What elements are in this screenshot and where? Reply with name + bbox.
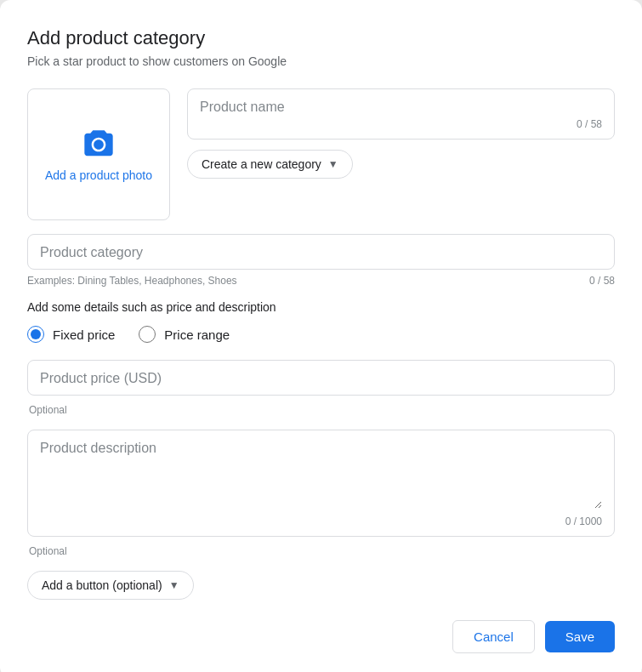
product-price-wrapper: [27, 360, 615, 396]
price-range-option[interactable]: Price range: [139, 326, 230, 343]
add-button-label: Add a button (optional): [42, 578, 162, 592]
chevron-down-icon: ▼: [328, 158, 338, 170]
add-photo-label[interactable]: Add a product photo: [45, 168, 152, 182]
product-name-input[interactable]: [200, 100, 602, 115]
chevron-down-icon-2: ▼: [169, 579, 179, 591]
product-description-wrapper: 0 / 1000: [27, 430, 615, 537]
add-button-wrapper: Add a button (optional) ▼: [27, 571, 615, 600]
price-range-label[interactable]: Price range: [164, 327, 230, 342]
fixed-price-radio[interactable]: [27, 326, 44, 343]
dialog-footer: Cancel Save: [27, 600, 615, 653]
product-price-input[interactable]: [40, 371, 602, 386]
product-category-input[interactable]: [40, 245, 602, 260]
add-product-category-dialog: Add product category Pick a star product…: [0, 0, 642, 672]
category-footer: Examples: Dining Tables, Headphones, Sho…: [27, 275, 615, 287]
save-button[interactable]: Save: [545, 621, 615, 652]
fixed-price-label[interactable]: Fixed price: [53, 327, 115, 342]
dialog-subtitle: Pick a star product to show customers on…: [27, 54, 615, 68]
create-category-button[interactable]: Create a new category ▼: [187, 150, 353, 179]
camera-icon: [82, 128, 116, 162]
fixed-price-option[interactable]: Fixed price: [27, 326, 115, 343]
product-name-char-count: 0 / 58: [200, 118, 602, 130]
description-optional-label: Optional: [27, 545, 615, 557]
right-section: 0 / 58 Create a new category ▼: [187, 88, 615, 220]
photo-upload-box[interactable]: Add a product photo: [27, 88, 170, 220]
price-optional-label: Optional: [27, 404, 615, 416]
cancel-button[interactable]: Cancel: [452, 620, 535, 653]
details-label: Add some details such as price and descr…: [27, 300, 615, 314]
create-category-label: Create a new category: [202, 157, 321, 171]
top-section: Add a product photo 0 / 58 Create a new …: [27, 88, 615, 220]
price-range-radio[interactable]: [139, 326, 156, 343]
category-char-count: 0 / 58: [589, 275, 615, 287]
product-description-textarea[interactable]: [40, 441, 602, 509]
create-category-wrapper: Create a new category ▼: [187, 150, 615, 179]
add-button-dropdown[interactable]: Add a button (optional) ▼: [27, 571, 194, 600]
product-name-wrapper: 0 / 58: [187, 88, 615, 140]
dialog-title: Add product category: [27, 27, 615, 49]
category-examples: Examples: Dining Tables, Headphones, Sho…: [27, 275, 237, 287]
price-type-radio-group: Fixed price Price range: [27, 326, 615, 343]
product-category-section: Examples: Dining Tables, Headphones, Sho…: [27, 234, 615, 300]
product-category-wrapper: [27, 234, 615, 270]
description-char-count: 0 / 1000: [40, 515, 602, 527]
